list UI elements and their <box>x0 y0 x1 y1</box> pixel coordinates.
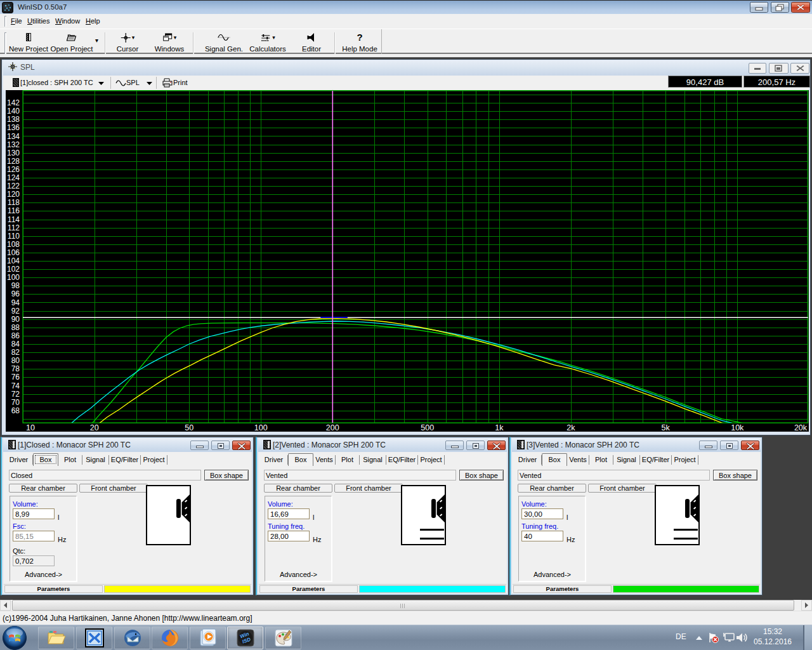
svg-text:500: 500 <box>421 423 434 432</box>
svg-text:132: 132 <box>7 140 20 149</box>
svg-text:106: 106 <box>7 248 20 257</box>
svg-text:98: 98 <box>11 281 20 290</box>
svg-text:122: 122 <box>7 182 20 190</box>
svg-text:88: 88 <box>11 323 20 332</box>
svg-text:116: 116 <box>8 206 20 215</box>
svg-text:92: 92 <box>11 307 20 315</box>
svg-text:200: 200 <box>326 423 339 432</box>
svg-text:100: 100 <box>7 273 20 282</box>
svg-text:104: 104 <box>7 256 20 265</box>
svg-text:142: 142 <box>7 98 20 107</box>
svg-text:68: 68 <box>11 406 20 415</box>
svg-text:5k: 5k <box>662 423 671 432</box>
svg-text:2k: 2k <box>566 423 575 432</box>
svg-text:84: 84 <box>11 340 20 348</box>
svg-text:76: 76 <box>11 373 20 381</box>
svg-text:78: 78 <box>11 364 20 373</box>
svg-text:112: 112 <box>8 223 20 232</box>
svg-text:110: 110 <box>8 232 20 241</box>
svg-text:130: 130 <box>7 149 20 157</box>
svg-text:90: 90 <box>11 315 20 324</box>
svg-text:126: 126 <box>7 165 20 174</box>
svg-text:94: 94 <box>11 298 20 307</box>
svg-text:70: 70 <box>11 398 20 407</box>
svg-text:124: 124 <box>7 173 20 182</box>
svg-text:20: 20 <box>90 423 99 432</box>
svg-text:50: 50 <box>185 423 193 432</box>
svg-text:80: 80 <box>11 356 20 365</box>
svg-text:96: 96 <box>11 289 20 298</box>
svg-text:128: 128 <box>7 157 20 166</box>
svg-text:118: 118 <box>8 198 20 207</box>
svg-text:72: 72 <box>11 390 20 399</box>
svg-text:136: 136 <box>7 123 20 132</box>
svg-text:86: 86 <box>11 331 20 340</box>
svg-text:74: 74 <box>11 381 20 390</box>
svg-text:82: 82 <box>11 348 20 357</box>
svg-text:10k: 10k <box>731 423 744 432</box>
svg-text:120: 120 <box>7 190 20 199</box>
svg-text:140: 140 <box>7 107 20 116</box>
svg-text:102: 102 <box>7 265 20 274</box>
svg-text:100: 100 <box>254 423 268 432</box>
svg-text:134: 134 <box>7 132 20 141</box>
svg-text:114: 114 <box>8 215 20 224</box>
svg-text:138: 138 <box>7 115 20 124</box>
svg-text:10: 10 <box>26 423 35 432</box>
svg-text:20k: 20k <box>794 423 808 432</box>
svg-text:108: 108 <box>7 240 20 249</box>
svg-text:1k: 1k <box>495 423 504 432</box>
